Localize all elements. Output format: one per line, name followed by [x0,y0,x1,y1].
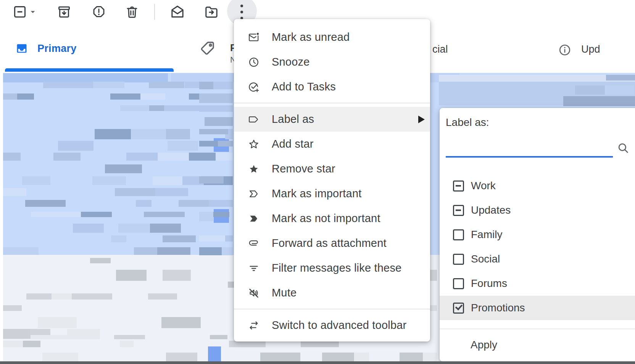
menu-item-mark-as-unread[interactable]: Mark as unread [234,25,430,50]
star-outline-icon [248,139,259,150]
envelope-unread-icon [248,32,259,43]
delete-button[interactable] [121,0,143,24]
swap-arrows-icon [248,320,259,331]
checkbox-indeterminate-icon[interactable] [453,180,464,192]
menu-item-mark-as-not-important[interactable]: Mark as not important [234,206,430,231]
select-caret-button[interactable] [26,0,40,24]
submenu-arrow-icon [418,116,425,123]
star-filled-icon [248,163,259,175]
move-to-button[interactable] [201,0,222,24]
label-search-field[interactable] [446,133,613,158]
importance-marker-outline-icon [248,188,259,200]
envelope-open-icon [170,4,185,19]
label-as-submenu: Label as: Work Updates Family Social [440,108,635,361]
label-option-social[interactable]: Social [440,247,635,271]
archive-icon [57,5,71,19]
menu-item-forward-as-attachment[interactable]: Forward as attachment [234,231,430,256]
label-option-updates[interactable]: Updates [440,198,635,222]
checkbox-unchecked-icon[interactable] [453,254,464,265]
apply-button[interactable]: Apply [440,329,635,361]
info-icon[interactable] [558,43,572,57]
label-options-list: Work Updates Family Social Forums Promot… [440,174,635,320]
menu-item-mark-as-important[interactable]: Mark as important [234,181,430,206]
search-icon [617,142,630,155]
tab-social-clipped[interactable]: cial [432,43,448,55]
gmail-window: Primary P N cial Upd Mark as unread Snoo… [0,0,635,364]
checkbox-checked-icon[interactable] [453,303,464,314]
checkbox-indeterminate-icon[interactable] [453,205,464,216]
menu-item-label-as[interactable]: Label as [234,107,430,132]
label-option-promotions[interactable]: Promotions [440,296,635,320]
menu-item-mute[interactable]: Mute [234,280,430,305]
more-options-menu: Mark as unread Snooze Add to Tasks Label… [234,19,430,341]
menu-item-remove-star[interactable]: Remove star [234,156,430,181]
label-as-title: Label as: [446,116,635,129]
menu-item-add-to-tasks[interactable]: Add to Tasks [234,74,430,99]
menu-divider [234,103,430,103]
archive-button[interactable] [53,0,75,24]
promotions-tag-icon[interactable] [198,39,217,57]
report-spam-button[interactable] [88,0,110,24]
report-spam-icon [92,5,106,19]
trash-icon [125,5,139,19]
active-tab-indicator [5,68,174,72]
mute-icon [248,287,259,299]
primary-inbox-icon [16,43,27,54]
task-add-icon [248,81,259,93]
checkbox-unchecked-icon[interactable] [453,278,464,289]
menu-divider [234,309,430,309]
toolbar-separator [154,4,155,20]
paperclip-icon [248,238,259,249]
filter-icon [248,263,259,274]
tab-updates-clipped[interactable]: Upd [581,43,600,55]
menu-item-switch-toolbar[interactable]: Switch to advanced toolbar [234,313,430,338]
tab-primary[interactable]: Primary [37,43,77,55]
menu-item-filter-messages[interactable]: Filter messages like these [234,256,430,280]
menu-item-add-star[interactable]: Add star [234,132,430,156]
menu-item-snooze[interactable]: Snooze [234,50,430,74]
label-search-input[interactable] [446,141,588,153]
window-bottom-edge [0,361,635,364]
label-option-family[interactable]: Family [440,222,635,247]
folder-move-icon [204,4,219,19]
label-option-work[interactable]: Work [440,174,635,198]
caret-down-icon [28,7,38,17]
more-vert-icon [240,5,243,7]
label-icon [248,114,259,125]
mark-as-read-button[interactable] [167,0,188,24]
label-option-forums[interactable]: Forums [440,271,635,296]
checkbox-unchecked-icon[interactable] [453,229,464,240]
clock-icon [248,56,259,68]
importance-marker-filled-icon [248,213,259,224]
